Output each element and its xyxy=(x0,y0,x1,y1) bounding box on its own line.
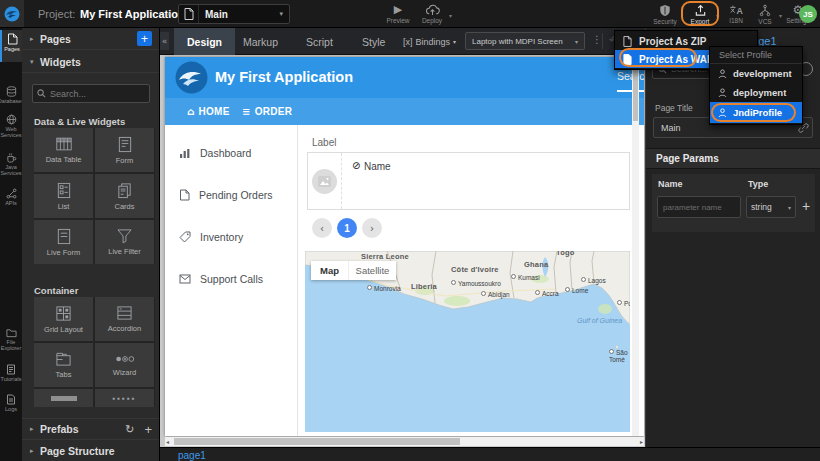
map-button[interactable]: Map xyxy=(311,261,348,280)
app-side-menu: Dashboard Pending Orders Inventory Suppo… xyxy=(165,125,298,436)
widget-list[interactable]: List xyxy=(34,174,93,218)
scrollbar-thumb[interactable] xyxy=(174,438,460,445)
satellite-button[interactable]: Satellite xyxy=(348,261,396,280)
app-search-link[interactable]: Search xyxy=(617,70,644,92)
app-logo-icon xyxy=(175,61,208,94)
widget-live-form[interactable]: Live Form xyxy=(34,220,93,264)
grid-layout-icon xyxy=(55,305,72,322)
widget-live-filter[interactable]: Live Filter xyxy=(95,220,154,264)
export-chevron-icon: ▾ xyxy=(716,12,719,19)
widget-wizard[interactable]: Wizard xyxy=(95,343,154,387)
nav-order[interactable]: ≡ ORDER xyxy=(242,98,292,125)
widget-form[interactable]: Form xyxy=(95,128,154,172)
sidebar-item-file-explorer[interactable]: File Explorer xyxy=(0,328,22,360)
page-params-header: Page Params xyxy=(646,148,820,169)
profile-development[interactable]: development xyxy=(710,64,802,83)
map-label: Togo xyxy=(556,251,575,257)
widget-data-table[interactable]: Data Table xyxy=(34,128,93,172)
tab-style[interactable]: Style xyxy=(349,28,398,55)
wavemaker-studio: Project: My First Application › Main ▾ ▶… xyxy=(0,0,820,461)
collapse-panel-handle[interactable]: « xyxy=(160,32,169,50)
pages-section-header[interactable]: ▸ Pages + xyxy=(22,28,160,50)
widget-grid-layout[interactable]: Grid Layout xyxy=(34,297,93,341)
translate-icon: A xyxy=(729,4,743,16)
divider xyxy=(602,33,603,49)
widget-search-input[interactable] xyxy=(32,84,150,103)
prefabs-section-header[interactable]: ▸ Prefabs ↻ + xyxy=(22,418,160,440)
device-selector-dropdown[interactable]: Laptop with MDPI Screen ▾ xyxy=(465,32,585,50)
scroll-right-arrow-icon[interactable]: ▸ xyxy=(640,437,643,446)
export-upload-icon xyxy=(694,4,707,17)
add-prefab-button[interactable]: + xyxy=(144,422,152,437)
canvas-vertical-scrollbar[interactable] xyxy=(632,57,639,436)
vcs-button[interactable]: VCS xyxy=(752,0,778,28)
menu-item-support-calls[interactable]: Support Calls xyxy=(165,264,298,294)
page-selector-dropdown[interactable]: Main ▾ xyxy=(178,4,290,24)
preview-button[interactable]: ▶ Preview xyxy=(383,0,413,28)
tab-script[interactable]: Script xyxy=(293,28,346,55)
map-label: Sierra Leone xyxy=(361,252,409,261)
add-param-button[interactable]: + xyxy=(802,198,810,214)
file-icon xyxy=(623,36,632,47)
canvas-horizontal-scrollbar[interactable]: ◂ ▸ xyxy=(165,437,644,446)
profile-jndiprofile[interactable]: JndiProfile xyxy=(710,102,802,123)
deploy-chevron-icon[interactable]: ▾ xyxy=(449,12,452,19)
nav-home[interactable]: ⌂ HOME xyxy=(187,98,230,125)
pagination-next-button[interactable]: › xyxy=(362,218,382,238)
sidebar-item-web-services[interactable]: Web Services xyxy=(0,114,22,146)
label-widget[interactable]: Label xyxy=(312,137,336,148)
widget-partial-left[interactable] xyxy=(34,389,93,407)
user-avatar[interactable]: JS xyxy=(799,5,817,23)
sidebar-item-logs[interactable]: Logs xyxy=(0,394,22,418)
widgets-section-header[interactable]: ▾ Widgets xyxy=(22,51,160,73)
wavemaker-logo-icon[interactable] xyxy=(0,0,24,27)
sidebar-item-databases[interactable]: Databases xyxy=(0,86,22,110)
logs-icon xyxy=(6,394,16,405)
statusbar-page-tab[interactable]: page1 xyxy=(178,449,206,461)
export-button[interactable]: Export xyxy=(685,0,715,28)
add-page-button[interactable]: + xyxy=(137,31,152,46)
page-structure-section-header[interactable]: ▸ Page Structure xyxy=(22,440,160,461)
map-widget[interactable]: Map Satellite Sierra Leone Liberia Côte … xyxy=(305,251,630,432)
tab-markup[interactable]: Markup xyxy=(230,28,291,55)
sidebar-item-java-services[interactable]: Java Services xyxy=(0,152,22,184)
param-type-select[interactable]: string ▾ xyxy=(746,196,796,218)
menu-item-inventory[interactable]: Inventory xyxy=(165,222,298,252)
tab-design[interactable]: Design xyxy=(174,28,235,55)
container-widget-grid: Grid Layout Accordion Tabs Wizard ▪▪▪▪▪ xyxy=(34,297,155,407)
scroll-left-arrow-icon[interactable]: ◂ xyxy=(166,437,169,446)
widget-cards[interactable]: Cards xyxy=(95,174,154,218)
widgets-panel: ▸ Pages + ▾ Widgets Data & Live Widgets … xyxy=(22,28,160,461)
document-icon xyxy=(179,189,190,201)
pagination-page-button[interactable]: 1 xyxy=(337,218,357,238)
tabs-icon xyxy=(55,351,72,367)
sidebar-item-pages[interactable]: Pages xyxy=(0,30,22,62)
pagination-prev-button[interactable]: ‹ xyxy=(312,218,332,238)
person-icon xyxy=(718,69,727,79)
security-button[interactable]: Security xyxy=(650,0,680,28)
sidebar-item-apis[interactable]: APIs xyxy=(0,188,22,212)
widget-accordion[interactable]: Accordion xyxy=(95,297,154,341)
app-title: My First Application xyxy=(215,69,353,85)
globe-icon xyxy=(6,114,17,125)
sidebar-item-tutorials[interactable]: Tutorials xyxy=(0,364,22,388)
data-live-widget-grid: Data Table Form List Cards Live Form Liv… xyxy=(34,128,155,264)
menu-item-dashboard[interactable]: Dashboard xyxy=(165,138,298,168)
page-title-label: Page Title xyxy=(655,103,693,113)
widget-partial-right[interactable]: ▪▪▪▪▪ xyxy=(95,389,154,407)
widget-tabs[interactable]: Tabs xyxy=(34,343,93,387)
profile-deployment[interactable]: deployment xyxy=(710,83,802,102)
more-vertical-icon[interactable]: ⋮ xyxy=(592,34,602,45)
deploy-button[interactable]: Deploy xyxy=(416,0,448,28)
chevron-right-icon: › xyxy=(166,0,170,28)
name-field[interactable]: Name xyxy=(364,161,391,172)
menu-item-pending-orders[interactable]: Pending Orders xyxy=(165,180,298,210)
param-name-input[interactable] xyxy=(657,196,741,218)
list-card[interactable]: ⊘ Name xyxy=(307,152,630,210)
tutorials-icon xyxy=(6,364,16,375)
profile-submenu: Select Profile development deployment Jn… xyxy=(709,46,803,125)
i18n-button[interactable]: A I18N xyxy=(722,0,750,28)
app-navbar: ⌂ HOME ≡ ORDER xyxy=(165,98,644,125)
refresh-icon[interactable]: ↻ xyxy=(125,423,134,436)
bindings-dropdown[interactable]: [x] Bindings ▾ xyxy=(403,28,456,55)
